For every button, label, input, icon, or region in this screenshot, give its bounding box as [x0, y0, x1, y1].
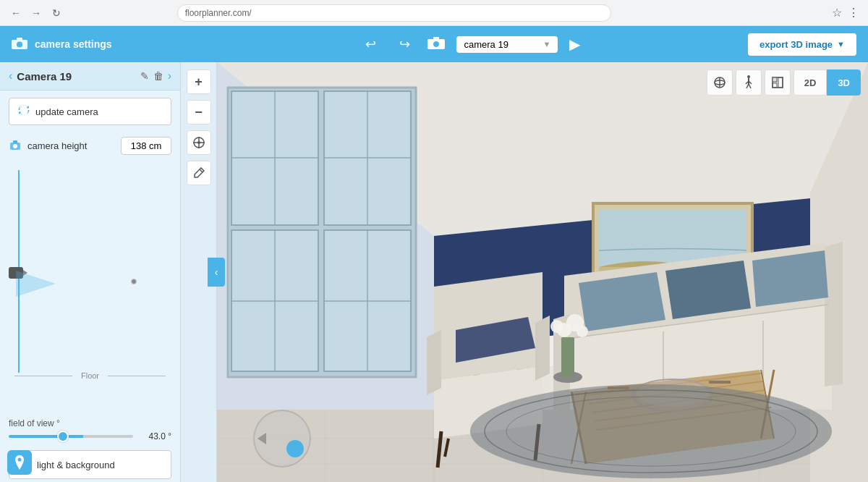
- delete-camera-icon[interactable]: 🗑: [153, 70, 163, 82]
- toolbar-center: ↩ ↪ camera 19 ▼ ▶: [204, 33, 736, 55]
- reload-button[interactable]: ↻: [49, 6, 64, 20]
- toolbar-right: export 3D image ▼: [748, 33, 856, 56]
- camera-selector[interactable]: camera 19 ▼: [456, 36, 558, 53]
- svg-point-14: [18, 458, 22, 462]
- nav-circle-outer: [253, 410, 311, 468]
- svg-point-1: [17, 41, 22, 47]
- collapse-icon: ‹: [215, 266, 218, 278]
- floor-line-right: [108, 376, 166, 376]
- room-scene: [217, 62, 868, 482]
- floor-plan-view-button[interactable]: [765, 69, 791, 96]
- url-text: floorplanner.com/: [185, 8, 252, 18]
- floor-plan-icon: [771, 76, 784, 89]
- svg-marker-68: [535, 316, 550, 381]
- top-toolbar: camera settings ↩ ↪ camera 19 ▼ ▶ export…: [0, 26, 868, 62]
- svg-point-110: [747, 75, 750, 78]
- nav-circle-inner: [286, 440, 304, 457]
- svg-marker-67: [427, 330, 441, 395]
- minus-icon: −: [195, 105, 203, 120]
- svg-point-4: [433, 41, 440, 47]
- svg-point-18: [197, 141, 200, 144]
- svg-point-102: [470, 384, 832, 478]
- camera-height-row: camera height 138 cm: [0, 132, 180, 159]
- bookmark-button[interactable]: ☆: [832, 6, 842, 20]
- camera-height-input[interactable]: 138 cm: [121, 137, 171, 155]
- collapse-sidebar-button[interactable]: ‹: [208, 258, 225, 287]
- svg-line-19: [200, 169, 203, 172]
- camera-back-arrow[interactable]: ‹: [9, 69, 12, 83]
- play-button[interactable]: ▶: [569, 35, 580, 53]
- 2d-mode-button[interactable]: 2D: [793, 69, 827, 96]
- camera-selector-name: camera 19: [464, 39, 508, 50]
- forward-button[interactable]: →: [29, 6, 43, 20]
- svg-rect-5: [433, 37, 439, 40]
- fov-section: field of view ° 43.0 °: [0, 413, 180, 447]
- export-label: export 3D image: [760, 39, 833, 50]
- refresh-icon: [18, 104, 30, 119]
- 3d-mode-button[interactable]: 3D: [827, 69, 861, 96]
- view-mode-group: 2D 3D: [793, 69, 861, 96]
- app: camera settings ↩ ↪ camera 19 ▼ ▶ export…: [0, 26, 868, 482]
- main-content: ‹ Camera 19 ✎ 🗑 › update camera: [0, 62, 868, 482]
- svg-point-101: [576, 326, 588, 337]
- camera-height-icon: [9, 138, 22, 154]
- svg-rect-117: [773, 77, 777, 82]
- pencil-icon: [193, 167, 205, 179]
- toolbar-left: camera settings: [12, 36, 192, 53]
- svg-marker-76: [825, 242, 843, 386]
- browser-menu-button[interactable]: ⋮: [848, 6, 859, 20]
- edit-camera-icon[interactable]: ✎: [140, 70, 149, 82]
- orbit-view-button[interactable]: [707, 69, 733, 96]
- orbit-icon: [712, 75, 727, 90]
- navigation-circle[interactable]: [253, 410, 311, 468]
- svg-rect-8: [13, 140, 17, 143]
- fov-value: 43.0 °: [139, 431, 171, 441]
- update-camera-label: update camera: [35, 106, 98, 117]
- address-bar[interactable]: floorplanner.com/: [177, 4, 611, 22]
- svg-rect-119: [778, 77, 783, 88]
- camera-settings-icon: [12, 36, 27, 53]
- svg-line-115: [749, 84, 751, 88]
- camera-nav: ‹ Camera 19 ✎ 🗑 ›: [0, 62, 180, 90]
- svg-rect-106: [709, 381, 731, 384]
- crosshair-icon: [192, 136, 205, 149]
- camera-height-label: camera height: [27, 140, 115, 151]
- camera-fwd-arrow[interactable]: ›: [168, 69, 171, 83]
- nav-arrow-left: [258, 433, 266, 444]
- camera-view-area: Floor: [0, 159, 180, 413]
- undo-button[interactable]: ↩: [359, 33, 382, 55]
- export-arrow-icon: ▼: [837, 40, 845, 48]
- svg-rect-118: [773, 83, 777, 88]
- pencil-tool-button[interactable]: [187, 161, 211, 185]
- crosshair-tool-button[interactable]: [187, 130, 211, 155]
- location-pin-button[interactable]: [7, 450, 32, 475]
- svg-point-7: [13, 144, 17, 148]
- export-3d-button[interactable]: export 3D image ▼: [748, 33, 856, 56]
- fov-slider-row: 43.0 °: [9, 431, 171, 441]
- plus-icon: +: [195, 75, 203, 90]
- svg-point-100: [550, 320, 563, 333]
- fov-slider[interactable]: [9, 435, 133, 438]
- browser-chrome: ← → ↻ floorplanner.com/ ☆ ⋮: [0, 0, 868, 26]
- 3d-viewport[interactable]: 2D 3D: [217, 62, 868, 482]
- center-panel: + − ‹: [181, 62, 217, 482]
- remove-tool-button[interactable]: −: [187, 100, 211, 124]
- svg-line-114: [746, 84, 749, 88]
- toolbar-title: camera settings: [35, 38, 112, 50]
- view-controls: 2D 3D: [707, 69, 861, 96]
- back-button[interactable]: ←: [9, 6, 23, 20]
- fov-label: field of view °: [9, 418, 171, 428]
- viewport-adjust-handle[interactable]: [131, 279, 137, 284]
- update-camera-button[interactable]: update camera: [9, 98, 171, 125]
- walk-view-button[interactable]: [736, 69, 762, 96]
- svg-rect-97: [561, 337, 574, 377]
- svg-rect-2: [17, 38, 22, 41]
- light-background-button[interactable]: light & background: [9, 450, 171, 479]
- floor-line-left: [14, 376, 72, 376]
- floor-label-text: Floor: [77, 371, 103, 380]
- viewport-cone: [16, 271, 56, 297]
- add-tool-button[interactable]: +: [187, 69, 211, 94]
- redo-button[interactable]: ↪: [393, 33, 416, 55]
- camera-dropdown-icon: ▼: [543, 40, 551, 48]
- camera-title: Camera 19: [17, 70, 135, 83]
